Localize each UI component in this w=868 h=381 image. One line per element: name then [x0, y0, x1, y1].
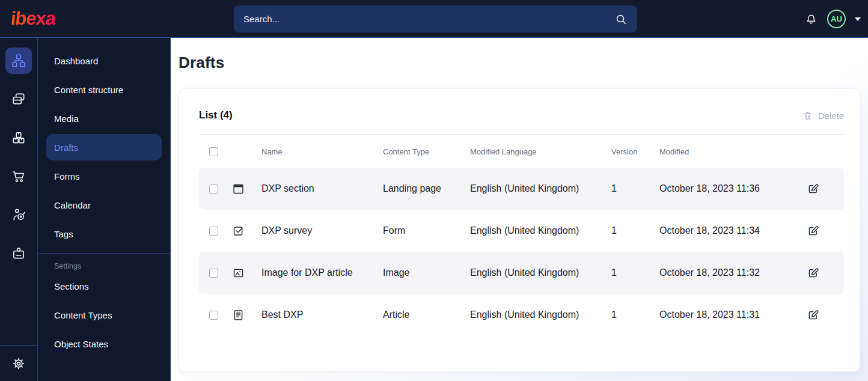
row-language: English (United Kingdom): [470, 183, 611, 194]
image-icon: [232, 267, 261, 279]
row-language: English (United Kingdom): [470, 309, 611, 320]
edit-button[interactable]: [807, 267, 844, 279]
cart-icon: [11, 168, 26, 184]
search-input[interactable]: [243, 14, 614, 24]
products-icon: [11, 130, 26, 145]
row-modified: October 18, 2023 11:34: [659, 225, 807, 236]
column-header-content-type: Content Type: [383, 147, 470, 156]
global-search[interactable]: [234, 5, 637, 32]
edit-button[interactable]: [807, 309, 844, 322]
settings-group-label: Settings: [38, 254, 170, 272]
table-row[interactable]: Image for DXP article Image English (Uni…: [199, 252, 844, 294]
rail-item-badge[interactable]: [5, 240, 32, 266]
row-version: 1: [611, 183, 659, 194]
pages-icon: [11, 91, 26, 107]
sidebar-item-drafts[interactable]: Drafts: [46, 134, 162, 160]
rail-item-products[interactable]: [5, 124, 32, 151]
sidebar-item-tags[interactable]: Tags: [38, 219, 170, 248]
sidebar-item-object-states[interactable]: Object States: [38, 329, 170, 358]
table-row[interactable]: Best DXP Article English (United Kingdom…: [199, 294, 844, 336]
page-title: Drafts: [179, 53, 860, 72]
column-header-version: Version: [611, 147, 659, 156]
search-icon[interactable]: [614, 13, 628, 26]
main-content: Drafts List (4) Delete: [171, 38, 868, 381]
trash-icon: [802, 111, 813, 121]
settings-gear-icon[interactable]: [11, 356, 26, 371]
landing-page-icon: [232, 183, 261, 195]
row-name[interactable]: Image for DXP article: [261, 267, 383, 278]
rail-bottom: [0, 345, 37, 381]
rail-item-commerce[interactable]: [5, 163, 32, 189]
row-content-type: Article: [383, 309, 470, 320]
row-name[interactable]: DXP section: [261, 183, 383, 194]
topbar-actions: AU: [804, 0, 861, 38]
rail-item-pages[interactable]: [5, 86, 32, 112]
drafts-card: List (4) Delete: [179, 88, 860, 372]
table-row[interactable]: DXP section Landing page English (United…: [199, 168, 844, 210]
table-header-row: Name Content Type Modified Language Vers…: [199, 135, 844, 168]
sidebar-item-sections[interactable]: Sections: [38, 272, 170, 300]
sidebar-item-content-types[interactable]: Content Types: [38, 300, 170, 329]
sidebar-item-calendar[interactable]: Calendar: [38, 190, 170, 219]
form-icon: [232, 225, 261, 237]
row-name[interactable]: DXP survey: [261, 225, 383, 236]
sidebar-item-content-structure[interactable]: Content structure: [38, 75, 170, 104]
table-row[interactable]: DXP survey Form English (United Kingdom)…: [199, 210, 844, 252]
row-version: 1: [611, 267, 659, 278]
chevron-down-icon[interactable]: [855, 17, 861, 21]
row-version: 1: [611, 309, 659, 320]
delete-button[interactable]: Delete: [802, 111, 844, 121]
edit-button[interactable]: [807, 225, 844, 237]
row-checkbox[interactable]: [209, 227, 218, 236]
row-name[interactable]: Best DXP: [261, 309, 383, 320]
row-checkbox[interactable]: [209, 184, 218, 194]
row-modified: October 18, 2023 11:31: [659, 309, 807, 320]
drafts-table: Name Content Type Modified Language Vers…: [199, 135, 844, 336]
row-content-type: Image: [383, 267, 470, 278]
list-count-label: List (4): [199, 109, 233, 121]
notifications-bell-icon[interactable]: [804, 12, 818, 26]
row-modified: October 18, 2023 11:36: [659, 183, 807, 194]
avatar[interactable]: AU: [827, 10, 846, 28]
rail-item-customers[interactable]: [5, 201, 32, 228]
row-checkbox[interactable]: [209, 311, 218, 320]
row-language: English (United Kingdom): [470, 267, 611, 278]
ibexa-logo[interactable]: ibexa: [10, 8, 57, 29]
rail-item-content[interactable]: [5, 47, 32, 74]
sidebar-item-forms[interactable]: Forms: [38, 162, 170, 190]
edit-pencil-icon: [807, 225, 819, 237]
sidebar-item-media[interactable]: Media: [38, 104, 170, 133]
sidebar-item-dashboard[interactable]: Dashboard: [38, 46, 170, 75]
row-modified: October 18, 2023 11:32: [659, 267, 807, 278]
column-header-modified-language: Modified Language: [470, 147, 611, 156]
column-header-name: Name: [261, 147, 383, 156]
card-header: List (4) Delete: [199, 109, 844, 121]
edit-pencil-icon: [807, 183, 819, 195]
row-version: 1: [611, 225, 659, 236]
topbar: ibexa AU: [0, 0, 868, 38]
edit-pencil-icon: [807, 309, 819, 322]
select-all-checkbox[interactable]: [209, 147, 218, 156]
badge-icon: [11, 245, 26, 261]
row-checkbox[interactable]: [209, 269, 218, 278]
edit-pencil-icon: [807, 267, 819, 279]
edit-button[interactable]: [807, 183, 844, 195]
delete-button-label: Delete: [818, 111, 844, 121]
article-icon: [232, 309, 261, 322]
customer-target-icon: [11, 207, 26, 222]
row-content-type: Landing page: [383, 183, 470, 194]
column-header-modified: Modified: [659, 147, 807, 156]
row-language: English (United Kingdom): [470, 225, 611, 236]
icon-rail: [0, 38, 38, 381]
content-tree-icon: [11, 53, 26, 69]
row-content-type: Form: [383, 225, 470, 236]
sidebar-menu: Dashboard Content structure Media Drafts…: [38, 38, 171, 381]
